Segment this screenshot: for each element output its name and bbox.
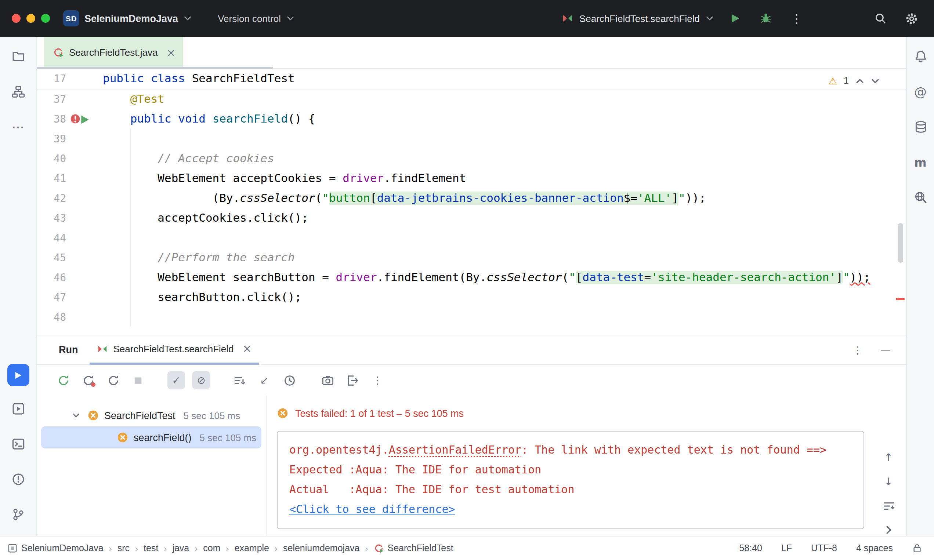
more-actions-button[interactable]: ⋮ bbox=[787, 9, 806, 28]
lock-icon[interactable] bbox=[912, 543, 922, 553]
terminal-toolwindow-button[interactable] bbox=[6, 432, 31, 457]
export-results-button[interactable] bbox=[344, 371, 361, 389]
code-line-39[interactable]: 39 bbox=[37, 129, 906, 149]
summary-text: Tests failed: 1 of 1 test – 5 sec 105 ms bbox=[295, 408, 464, 419]
run-panel-options-button[interactable]: ⋮ bbox=[849, 341, 866, 358]
vcs-widget[interactable]: Version control bbox=[218, 13, 294, 24]
project-toolwindow-button[interactable] bbox=[6, 44, 31, 69]
folder-icon bbox=[11, 50, 25, 63]
code-line-41[interactable]: 41 WebElement acceptCookies = driver.fin… bbox=[37, 169, 906, 189]
run-test-gutter-icon[interactable] bbox=[66, 109, 103, 129]
code-line-46[interactable]: 46 WebElement searchButton = driver.find… bbox=[37, 268, 906, 288]
code-line-40[interactable]: 40 // Accept cookies bbox=[37, 149, 906, 169]
indent-style[interactable]: 4 spaces bbox=[856, 543, 893, 553]
breadcrumb-item[interactable]: seleniumdemojava bbox=[283, 543, 359, 553]
maven-button[interactable]: m bbox=[908, 150, 933, 175]
close-window-button[interactable] bbox=[12, 14, 20, 23]
minimize-window-button[interactable] bbox=[26, 14, 35, 23]
file-encoding[interactable]: UTF-8 bbox=[811, 543, 837, 553]
search-everywhere-button[interactable] bbox=[871, 9, 890, 28]
zoom-window-button[interactable] bbox=[41, 14, 50, 23]
rerun-tests-button[interactable] bbox=[54, 371, 72, 389]
sort-tests-button[interactable] bbox=[231, 371, 248, 389]
line-separator[interactable]: LF bbox=[781, 543, 792, 553]
code-line-38[interactable]: 38 public void searchField() { bbox=[37, 109, 906, 129]
stop-button[interactable]: ■ bbox=[129, 371, 147, 389]
code-line-43[interactable]: 43 acceptCookies.click(); bbox=[37, 208, 906, 228]
code-line-48[interactable]: 48 bbox=[37, 308, 906, 327]
hide-run-panel-button[interactable]: — bbox=[877, 341, 894, 358]
endpoints-button[interactable] bbox=[908, 185, 933, 210]
structure-toolwindow-button[interactable] bbox=[6, 79, 31, 104]
code-line-37[interactable]: 37 @Test bbox=[37, 89, 906, 109]
console-output[interactable]: org.opentest4j.AssertionFailedError: The… bbox=[277, 431, 864, 529]
rerun-icon bbox=[57, 374, 69, 386]
code-text: //Perform the search bbox=[103, 248, 295, 268]
prev-occurrence-button[interactable]: ↑ bbox=[880, 448, 897, 466]
rerun-failed-tests-button[interactable] bbox=[79, 371, 97, 389]
breadcrumb-item[interactable]: java bbox=[172, 543, 189, 553]
breadcrumb-item[interactable]: example bbox=[234, 543, 270, 553]
code-line-45[interactable]: 45 //Perform the search bbox=[37, 248, 906, 268]
run-tab[interactable]: SearchFieldTest.searchField × bbox=[90, 335, 259, 365]
see-difference-link[interactable]: <Click to see difference> bbox=[289, 500, 852, 520]
gutter-space bbox=[66, 208, 103, 228]
test-failed-icon bbox=[87, 409, 99, 421]
breadcrumb-item[interactable]: SeleniumDemoJava bbox=[7, 543, 103, 553]
ai-assistant-button[interactable]: @ bbox=[908, 79, 933, 104]
database-button[interactable] bbox=[908, 114, 933, 140]
console-more-button[interactable]: ⋮ bbox=[368, 371, 386, 389]
code-editor[interactable]: 17public class SearchFieldTest 37 @Test3… bbox=[37, 69, 906, 335]
test-tree-item[interactable]: SearchFieldTest5 sec 105 ms bbox=[41, 405, 261, 426]
inspections-widget[interactable]: ⚠ 1 bbox=[829, 71, 880, 91]
code-text: (By.cssSelector("button[data-jetbrains-c… bbox=[103, 189, 706, 208]
version-control-toolwindow-button[interactable] bbox=[6, 502, 31, 527]
caret-position[interactable]: 58:40 bbox=[739, 543, 762, 553]
problems-toolwindow-button[interactable] bbox=[6, 467, 31, 492]
code-line-17[interactable]: 17public class SearchFieldTest bbox=[37, 69, 906, 89]
run-configuration-selector[interactable]: SearchFieldTest.searchField bbox=[562, 12, 714, 24]
next-problem-button[interactable] bbox=[871, 78, 880, 85]
notifications-button[interactable] bbox=[908, 44, 933, 69]
close-tab-icon[interactable]: × bbox=[166, 46, 176, 59]
gutter-space bbox=[66, 308, 103, 327]
code-line-42[interactable]: 42 (By.cssSelector("button[data-jetbrain… bbox=[37, 189, 906, 208]
web-search-icon bbox=[914, 191, 927, 204]
code-line-47[interactable]: 47 searchButton.click(); bbox=[37, 288, 906, 308]
run-button[interactable] bbox=[726, 9, 744, 28]
exception-class-link[interactable]: AssertionFailedError bbox=[389, 443, 521, 457]
error-stripe-mark[interactable] bbox=[896, 298, 905, 300]
navigate-to-test-button[interactable]: ↙ bbox=[256, 371, 273, 389]
breadcrumb-separator: › bbox=[365, 543, 368, 554]
show-passed-toggle[interactable]: ✓ bbox=[167, 371, 185, 389]
test-tree-item[interactable]: searchField()5 sec 105 ms bbox=[41, 426, 261, 448]
expand-console-button[interactable] bbox=[880, 521, 897, 539]
services-toolwindow-button[interactable] bbox=[6, 396, 31, 421]
more-toolwindows-button[interactable]: ⋯ bbox=[6, 114, 31, 140]
run-toolwindow-button[interactable] bbox=[7, 364, 29, 386]
soft-wrap-button[interactable] bbox=[880, 497, 897, 514]
close-run-tab-icon[interactable]: × bbox=[243, 342, 252, 355]
chevron-spacer bbox=[99, 431, 112, 444]
toggle-auto-test-button[interactable] bbox=[104, 371, 122, 389]
gutter-space bbox=[66, 89, 103, 109]
settings-button[interactable] bbox=[902, 9, 921, 28]
editor-tab-searchfieldtest[interactable]: SearchFieldTest.java × bbox=[44, 36, 183, 69]
prev-problem-button[interactable] bbox=[855, 78, 864, 85]
breadcrumb-item[interactable]: com bbox=[203, 543, 220, 553]
breadcrumb-item[interactable]: test bbox=[143, 543, 158, 553]
code-line-44[interactable]: 44 bbox=[37, 228, 906, 248]
editor-scrollbar-thumb[interactable] bbox=[898, 223, 903, 263]
code-text: searchButton.click(); bbox=[103, 288, 301, 308]
breadcrumb-item[interactable]: SearchFieldTest bbox=[373, 543, 453, 553]
exception-message: : The link with expected text is not fou… bbox=[521, 443, 826, 457]
breadcrumb-item[interactable]: src bbox=[117, 543, 129, 553]
code-area[interactable]: 37 @Test38 public void searchField() {39… bbox=[37, 89, 906, 327]
next-occurrence-button[interactable]: ↓ bbox=[880, 473, 897, 490]
debug-button[interactable] bbox=[756, 9, 775, 28]
test-history-button[interactable] bbox=[281, 371, 298, 389]
chevron-down-icon[interactable] bbox=[69, 409, 82, 422]
screenshot-button[interactable] bbox=[319, 371, 336, 389]
show-ignored-toggle[interactable]: ⊘ bbox=[193, 371, 210, 389]
project-widget[interactable]: SD SeleniumDemoJava bbox=[63, 10, 191, 26]
